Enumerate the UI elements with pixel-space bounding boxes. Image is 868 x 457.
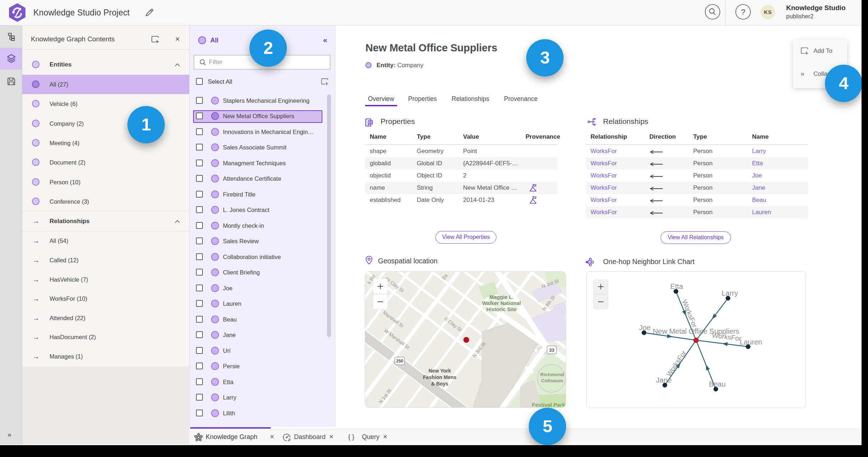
svg-text:33: 33 [549,347,554,353]
svg-text:Richmond: Richmond [540,372,564,377]
svg-text:Festival Park: Festival Park [532,402,565,408]
svg-text:Maggie L.: Maggie L. [490,294,514,300]
svg-text:Coliseum: Coliseum [541,378,563,383]
svg-text:250: 250 [396,359,403,364]
svg-text:Beau: Beau [709,380,726,388]
svg-text:Fashion Mens: Fashion Mens [423,374,457,380]
svg-text:& Boys: & Boys [431,381,448,387]
svg-text:Lauren: Lauren [740,338,762,346]
svg-text:Walker National: Walker National [482,300,521,306]
svg-text:New York: New York [429,368,451,374]
svg-text:Historic Site: Historic Site [486,306,517,312]
svg-text:WorksFor: WorksFor [665,349,688,378]
svg-text:Larry: Larry [722,289,738,297]
svg-text:Jane: Jane [656,376,671,384]
svg-text:Etta: Etta [670,282,683,290]
svg-text:Joe: Joe [639,324,650,332]
svg-text:?: ? [741,8,745,17]
